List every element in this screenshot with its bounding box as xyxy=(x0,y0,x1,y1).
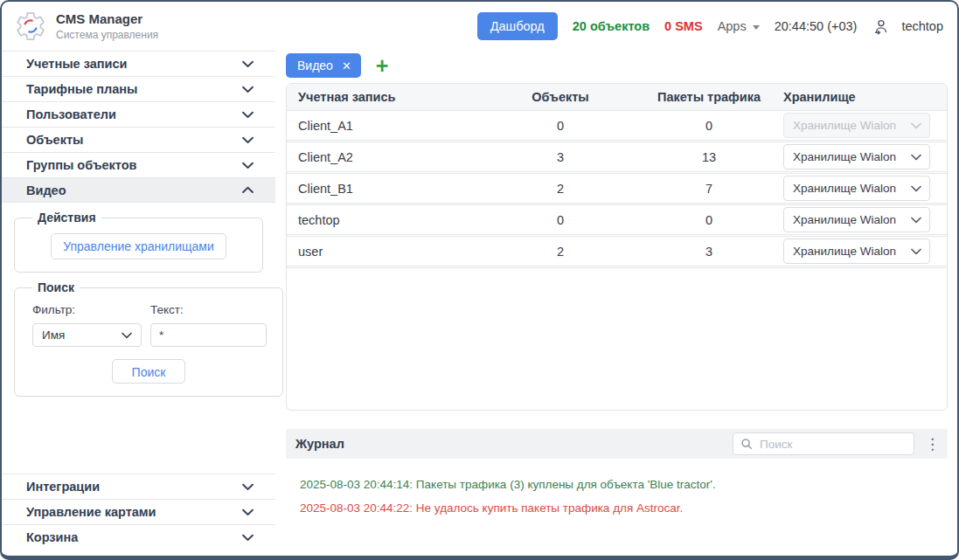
header-storage: Хранилище xyxy=(783,90,947,104)
objects-count-badge[interactable]: 20 объектов xyxy=(573,19,650,33)
account-name: Client_A2 xyxy=(287,150,486,164)
chevron-down-icon xyxy=(911,217,921,224)
storage-select-value: Хранилище Wialon xyxy=(793,213,896,226)
search-icon xyxy=(740,438,753,450)
header-right-cluster: Дашборд 20 объектов 0 SMS Apps 20:44:50 … xyxy=(477,12,943,40)
account-name: Client_B1 xyxy=(287,182,486,196)
cms-manager-window: CMS Manager Система управления Дашборд 2… xyxy=(0,0,959,560)
actions-panel: Действия Управление хранилищами xyxy=(14,211,263,273)
username-text: techtop xyxy=(901,19,943,33)
sidebar-item-label: Видео xyxy=(26,183,66,197)
chevron-down-icon xyxy=(242,60,254,68)
sidebar-item-object-groups[interactable]: Группы объектов xyxy=(2,152,275,177)
objects-value: 2 xyxy=(486,182,635,196)
body-row: Учетные записи Тарифные планы Пользовате… xyxy=(2,51,957,556)
app-subtitle: Система управления xyxy=(56,29,158,41)
journal-section: Журнал ⋮ 2025-08-03 20:44:14: Пакеты тра… xyxy=(286,429,948,520)
sms-count-badge[interactable]: 0 SMS xyxy=(664,19,703,33)
sidebar-item-map-management[interactable]: Управление картами xyxy=(2,499,275,524)
add-tab-button[interactable]: + xyxy=(376,56,389,75)
journal-title: Журнал xyxy=(295,437,344,451)
sidebar-item-video[interactable]: Видео xyxy=(2,177,275,203)
table-header-row: Учетная запись Объекты Пакеты трафика Хр… xyxy=(287,84,947,111)
objects-value: 3 xyxy=(486,150,635,164)
packages-value: 0 xyxy=(635,119,783,133)
kebab-menu-icon[interactable]: ⋮ xyxy=(925,435,937,453)
account-name: Client_A1 xyxy=(287,119,486,133)
storage-select[interactable]: Хранилище Wialon xyxy=(783,144,930,169)
table-row: user 2 3 Хранилище Wialon xyxy=(287,237,947,268)
objects-value: 2 xyxy=(486,245,635,259)
storage-select-value: Хранилище Wialon xyxy=(793,182,896,195)
log-entry-error: 2025-08-03 20:44:22: Не удалось купить п… xyxy=(300,496,934,520)
sidebar-item-trash[interactable]: Корзина xyxy=(2,524,275,550)
packages-value: 13 xyxy=(635,150,783,164)
journal-search-input[interactable] xyxy=(758,437,907,452)
sidebar-item-label: Тарифные планы xyxy=(26,82,137,96)
chevron-down-icon xyxy=(242,162,254,169)
sidebar-item-integrations[interactable]: Интеграции xyxy=(2,474,275,499)
sidebar-item-tariff-plans[interactable]: Тарифные планы xyxy=(2,76,275,101)
sidebar: Учетные записи Тарифные планы Пользовате… xyxy=(2,51,275,556)
chevron-down-icon xyxy=(242,136,254,144)
chevron-down-icon xyxy=(122,332,132,339)
tab-close-icon[interactable]: ✕ xyxy=(342,60,351,72)
table-row: Client_A2 3 13 Хранилище Wialon xyxy=(287,142,947,174)
log-entry-success: 2025-08-03 20:44:14: Пакеты трафика (3) … xyxy=(300,473,934,496)
chevron-down-icon xyxy=(242,111,254,119)
sidebar-item-label: Объекты xyxy=(26,133,83,147)
sidebar-item-users[interactable]: Пользователи xyxy=(2,101,275,127)
objects-value: 0 xyxy=(486,119,635,133)
actions-panel-legend: Действия xyxy=(32,211,101,225)
chevron-down-icon xyxy=(242,86,254,93)
storage-select[interactable]: Хранилище Wialon xyxy=(783,176,930,201)
storage-select[interactable]: Хранилище Wialon xyxy=(783,239,930,264)
account-name: techtop xyxy=(287,213,486,227)
storage-select[interactable]: Хранилище Wialon xyxy=(783,207,930,232)
dashboard-button[interactable]: Дашборд xyxy=(477,12,558,40)
table-row: techtop 0 0 Хранилище Wialon xyxy=(287,205,947,237)
user-menu[interactable]: techtop xyxy=(872,17,943,36)
filter-label: Фильтр: xyxy=(32,303,142,316)
packages-value: 3 xyxy=(635,245,783,259)
sidebar-bottom-group: Интеграции Управление картами Корзина xyxy=(2,474,275,550)
objects-value: 0 xyxy=(486,213,635,227)
journal-log: 2025-08-03 20:44:14: Пакеты трафика (3) … xyxy=(286,459,948,520)
app-title-block: CMS Manager Система управления xyxy=(56,11,158,41)
account-name: user xyxy=(287,245,486,259)
video-accounts-table: Учетная запись Объекты Пакеты трафика Хр… xyxy=(286,83,948,411)
text-label: Текст: xyxy=(150,303,267,316)
sidebar-item-label: Интеграции xyxy=(26,480,100,494)
sidebar-item-objects[interactable]: Объекты xyxy=(2,127,275,152)
app-title: CMS Manager xyxy=(56,11,158,26)
apps-menu[interactable]: Apps xyxy=(718,19,760,33)
storage-select-value: Хранилище Wialon xyxy=(793,119,896,132)
sidebar-item-label: Учетные записи xyxy=(26,57,127,71)
filter-select[interactable]: Имя xyxy=(32,323,142,347)
tab-video-label: Видео xyxy=(297,59,333,73)
chevron-down-icon xyxy=(911,154,921,161)
chevron-up-icon xyxy=(242,186,254,194)
journal-header: Журнал ⋮ xyxy=(286,429,948,459)
sidebar-item-accounts[interactable]: Учетные записи xyxy=(2,51,275,76)
search-panel: Поиск Фильтр: Имя Текст: xyxy=(14,280,283,397)
manage-storages-button[interactable]: Управление хранилищами xyxy=(51,233,226,259)
journal-search-box xyxy=(733,432,914,455)
filter-field: Фильтр: Имя xyxy=(32,303,142,347)
header-account: Учетная запись xyxy=(287,90,486,104)
apps-menu-label: Apps xyxy=(718,19,747,33)
packages-value: 0 xyxy=(635,213,783,227)
header-objects: Объекты xyxy=(486,90,635,104)
chevron-down-icon xyxy=(911,248,921,255)
chevron-down-icon xyxy=(242,508,254,516)
tab-video[interactable]: Видео ✕ xyxy=(286,53,361,78)
sidebar-item-label: Группы объектов xyxy=(26,158,137,172)
storage-select: Хранилище Wialon xyxy=(783,113,930,138)
main-area: Видео ✕ + Учетная запись Объекты Пакеты … xyxy=(275,51,957,556)
filter-select-value: Имя xyxy=(42,328,65,342)
gear-logo-icon xyxy=(14,10,47,43)
search-button[interactable]: Поиск xyxy=(112,359,185,384)
tabs-row: Видео ✕ + xyxy=(286,53,948,78)
table-row: Client_A1 0 0 Хранилище Wialon xyxy=(287,111,947,142)
search-text-input[interactable] xyxy=(150,323,267,347)
